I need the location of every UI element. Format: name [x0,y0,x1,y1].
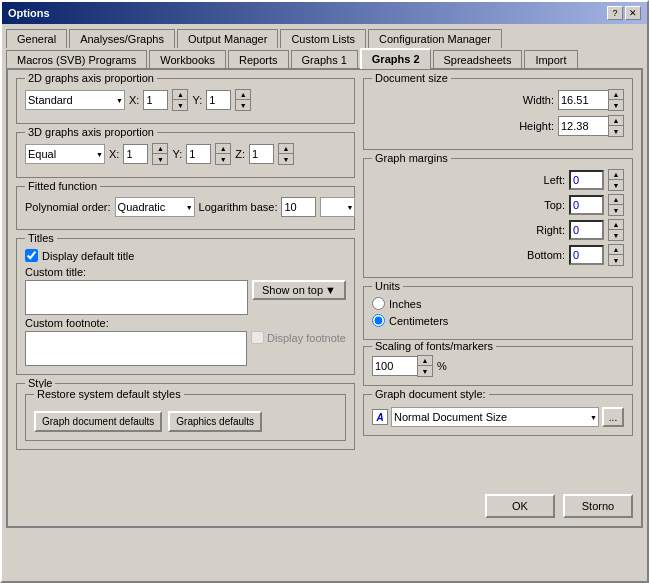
width-up-btn[interactable]: ▲ [609,90,623,100]
bottom-margin-input[interactable] [569,245,604,265]
tab-graphs2[interactable]: Graphs 2 [360,48,431,69]
doc-style-select[interactable]: Normal Document Size [391,407,599,427]
axis-3d-dropdown-wrapper: Equal [25,144,105,164]
bottom-down-btn[interactable]: ▼ [609,255,623,265]
axis-2d-x-label: X: [129,94,139,106]
graph-document-defaults-button[interactable]: Graph document defaults [34,411,162,432]
right-label: Right: [536,224,565,236]
ellipsis-button[interactable]: ... [602,407,624,427]
tab-graphs1[interactable]: Graphs 1 [291,50,358,69]
top-label: Top: [544,199,565,211]
custom-title-input[interactable] [25,280,248,315]
axis-3d-z-up[interactable]: ▲ [279,144,293,154]
custom-footnote-label: Custom footnote: [25,317,346,329]
top-margin-input[interactable] [569,195,604,215]
display-default-title-label: Display default title [42,250,134,262]
axis-2d-x-spin: ▲ ▼ [172,89,188,111]
axis-2d-select[interactable]: Standard [25,90,125,110]
poly-select[interactable]: Quadratic [115,197,195,217]
axis-3d-label: 3D graphs axis proportion [25,126,157,138]
tab-workbooks[interactable]: Workbooks [149,50,226,69]
graph-margins-label: Graph margins [372,152,451,164]
left-up-btn[interactable]: ▲ [609,170,623,180]
units-label: Units [372,280,403,292]
doc-style-row: A Normal Document Size ... [372,407,624,427]
help-button[interactable]: ? [607,6,623,20]
axis-3d-x-up[interactable]: ▲ [153,144,167,154]
tab-panel-graphs2: 2D graphs axis proportion Standard X: [6,68,643,528]
inches-label: Inches [389,298,421,310]
title-text: Options [8,7,50,19]
right-down-btn[interactable]: ▼ [609,230,623,240]
height-down-btn[interactable]: ▼ [609,126,623,136]
centimeters-radio[interactable] [372,314,385,327]
close-button[interactable]: ✕ [625,6,641,20]
tab-reports[interactable]: Reports [228,50,289,69]
axis-2d-y-label: Y: [192,94,202,106]
height-spin-input: ▲ ▼ [558,115,624,137]
display-footnote-checkbox[interactable] [251,331,264,344]
left-margin-spin: ▲ ▼ [608,169,624,191]
log-dropdown-wrapper [320,197,355,217]
tab-import[interactable]: Import [524,50,577,69]
scaling-up-btn[interactable]: ▲ [418,356,432,366]
show-on-top-button[interactable]: Show on top ▼ [252,280,346,300]
display-default-title-checkbox[interactable] [25,249,38,262]
left-down-btn[interactable]: ▼ [609,180,623,190]
axis-2d-x-up[interactable]: ▲ [173,90,187,100]
axis-3d-y-down[interactable]: ▼ [216,154,230,164]
tab-spreadsheets[interactable]: Spreadsheets [433,50,523,69]
restore-label: Restore system default styles [34,388,184,400]
titles-label: Titles [25,232,57,244]
width-down-btn[interactable]: ▼ [609,100,623,110]
axis-3d-y-up[interactable]: ▲ [216,144,230,154]
axis-3d-x-input[interactable] [123,144,148,164]
tab-custom-lists[interactable]: Custom Lists [280,29,366,48]
scaling-input[interactable] [372,356,417,376]
axis-3d-z-input[interactable] [249,144,274,164]
height-input[interactable] [558,116,608,136]
inches-radio[interactable] [372,297,385,310]
tab-row-1: General Analyses/Graphs Output Manager C… [6,28,643,47]
axis-3d-x-down[interactable]: ▼ [153,154,167,164]
custom-footnote-input[interactable] [25,331,247,366]
scaling-down-btn[interactable]: ▼ [418,366,432,376]
tab-macros[interactable]: Macros (SVB) Programs [6,50,147,69]
fitted-function-label: Fitted function [25,180,100,192]
log-base-input[interactable] [281,197,316,217]
restore-defaults-group: Restore system default styles Graph docu… [25,394,346,441]
poly-dropdown-wrapper: Quadratic [115,197,195,217]
storno-button[interactable]: Storno [563,494,633,518]
tab-configuration-manager[interactable]: Configuration Manager [368,29,502,48]
height-up-btn[interactable]: ▲ [609,116,623,126]
axis-3d-y-input[interactable] [186,144,211,164]
width-spin-buttons: ▲ ▼ [608,89,624,111]
bottom-up-btn[interactable]: ▲ [609,245,623,255]
top-up-btn[interactable]: ▲ [609,195,623,205]
width-spin-input: ▲ ▼ [558,89,624,111]
ok-button[interactable]: OK [485,494,555,518]
axis-3d-select[interactable]: Equal [25,144,105,164]
axis-2d-x-input[interactable] [143,90,168,110]
style-group: Style Restore system default styles Grap… [16,383,355,450]
log-base-label: Logarithm base: [199,201,278,213]
axis-3d-x-label: X: [109,148,119,160]
width-input[interactable] [558,90,608,110]
axis-2d-y-input[interactable] [206,90,231,110]
axis-2d-dropdown-wrapper: Standard [25,90,125,110]
tab-output-manager[interactable]: Output Manager [177,29,279,48]
axis-2d-x-down[interactable]: ▼ [173,100,187,110]
axis-2d-y-down[interactable]: ▼ [236,100,250,110]
axis-3d-z-down[interactable]: ▼ [279,154,293,164]
axis-2d-y-up[interactable]: ▲ [236,90,250,100]
left-margin-input[interactable] [569,170,604,190]
top-down-btn[interactable]: ▼ [609,205,623,215]
right-margin-input[interactable] [569,220,604,240]
graphics-defaults-button[interactable]: Graphics defaults [168,411,262,432]
log-select[interactable] [320,197,355,217]
tab-analyses-graphs[interactable]: Analyses/Graphs [69,29,175,48]
axis-3d-x-spin: ▲ ▼ [152,143,168,165]
tab-general[interactable]: General [6,29,67,48]
width-label: Width: [523,94,554,106]
right-up-btn[interactable]: ▲ [609,220,623,230]
